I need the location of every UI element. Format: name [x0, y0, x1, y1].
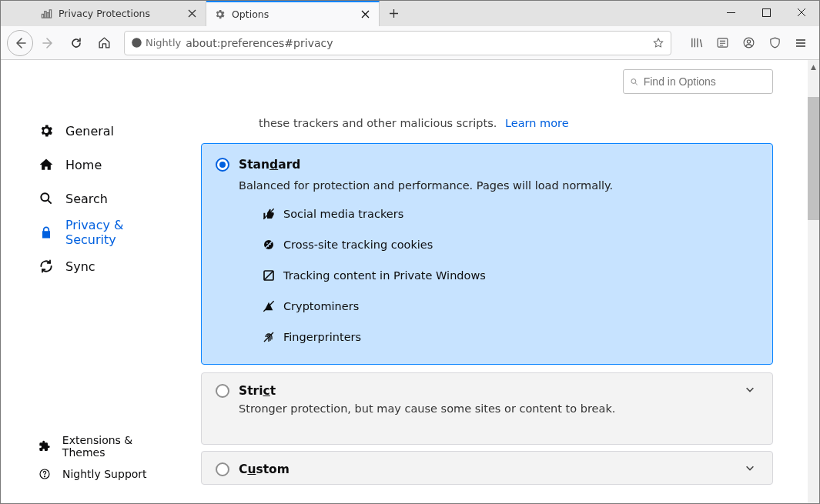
sidebar-item-general[interactable]: General	[1, 114, 178, 148]
scroll-up-arrow[interactable]: ▲	[808, 60, 819, 73]
puzzle-icon	[38, 439, 52, 453]
new-tab-button[interactable]	[380, 1, 407, 26]
vertical-scrollbar[interactable]: ▲	[808, 60, 819, 503]
chevron-down-icon	[745, 384, 755, 395]
protection-item-tracking: Tracking content in Private Windows	[262, 269, 757, 282]
learn-more-link[interactable]: Learn more	[505, 117, 569, 129]
tabs-prefix-spacer	[1, 1, 33, 26]
svg-point-9	[41, 193, 49, 201]
sidebar-item-sync[interactable]: Sync	[1, 249, 178, 283]
protection-item-label: Cross-site tracking cookies	[283, 239, 433, 251]
url-text: about:preferences#privacy	[186, 37, 648, 49]
sidebar-item-privacy[interactable]: Privacy & Security	[1, 215, 178, 249]
close-window-button[interactable]	[784, 1, 819, 24]
gear-icon	[38, 122, 55, 139]
minimize-button[interactable]	[713, 1, 748, 24]
card-desc-standard: Balanced for protection and performance.…	[239, 179, 757, 192]
sidebar-extensions[interactable]: Extensions & Themes	[1, 432, 178, 460]
card-title-strict: Strict	[239, 384, 276, 398]
sync-icon	[38, 258, 55, 275]
tab-options[interactable]: Options	[206, 1, 380, 26]
content-area: General Home Search Privacy & Security S…	[1, 60, 819, 503]
nav-toolbar: Nightly about:preferences#privacy	[1, 26, 819, 60]
protection-level-standard[interactable]: Standard Balanced for protection and per…	[201, 143, 773, 365]
svg-point-12	[631, 78, 636, 83]
svg-point-5	[132, 38, 142, 48]
protection-item-cryptominers: Cryptominers	[262, 299, 757, 313]
fingerprint-icon	[262, 330, 276, 344]
sidebar-item-label: Sync	[65, 259, 95, 274]
reload-button[interactable]	[64, 31, 89, 55]
sidebar-item-label: Home	[65, 158, 102, 172]
svg-line-20	[264, 271, 273, 280]
svg-point-11	[44, 476, 45, 477]
preferences-sidebar: General Home Search Privacy & Security S…	[1, 60, 178, 503]
maximize-button[interactable]	[748, 1, 784, 24]
library-button[interactable]	[684, 31, 708, 55]
bookmark-star-button[interactable]	[652, 37, 664, 49]
protection-level-custom[interactable]: Custom	[201, 451, 773, 485]
search-icon	[630, 77, 639, 87]
svg-rect-4	[762, 8, 770, 16]
svg-rect-2	[47, 13, 49, 18]
svg-point-15	[266, 242, 268, 244]
forward-button[interactable]	[36, 31, 61, 55]
tracking-icon	[262, 269, 276, 282]
home-button[interactable]	[92, 31, 116, 55]
account-button[interactable]	[736, 31, 761, 55]
tab-privacy-protections[interactable]: Privacy Protections	[33, 1, 206, 26]
sidebar-footer-label: Extensions & Themes	[62, 434, 178, 459]
shield-button[interactable]	[762, 31, 787, 55]
sidebar-item-label: General	[65, 124, 114, 139]
scroll-thumb[interactable]	[808, 97, 819, 220]
sidebar-item-search[interactable]: Search	[1, 182, 178, 215]
protection-item-label: Fingerprinters	[283, 331, 361, 343]
protection-level-strict[interactable]: Strict Stronger protection, but may caus…	[201, 372, 773, 445]
card-title-custom: Custom	[239, 462, 290, 476]
window-controls	[713, 1, 819, 24]
intro-text: these trackers and other malicious scrip…	[259, 117, 497, 129]
tab-close-button[interactable]	[359, 8, 371, 21]
cookie-icon	[262, 238, 276, 252]
crypto-icon	[262, 299, 276, 313]
identity-box[interactable]: Nightly	[131, 37, 181, 48]
search-icon	[38, 190, 55, 207]
thumb-icon	[262, 207, 276, 221]
tab-title: Privacy Protections	[59, 8, 179, 19]
svg-rect-0	[42, 14, 43, 18]
lock-icon	[38, 224, 55, 241]
dashboard-icon	[41, 8, 52, 19]
radio-standard[interactable]	[216, 158, 229, 172]
protection-item-label: Cryptominers	[283, 300, 359, 312]
sidebar-item-home[interactable]: Home	[1, 148, 178, 182]
card-desc-strict: Stronger protection, but may cause some …	[239, 402, 757, 415]
preferences-main: these trackers and other malicious scrip…	[178, 60, 819, 503]
reader-view-button[interactable]	[710, 31, 735, 55]
sidebar-support[interactable]: Nightly Support	[1, 460, 178, 488]
sidebar-footer-label: Nightly Support	[62, 468, 147, 480]
protection-item-social: Social media trackers	[262, 207, 757, 221]
find-in-options-input[interactable]	[644, 75, 766, 88]
home-icon	[38, 156, 55, 173]
channel-label: Nightly	[146, 37, 181, 48]
radio-custom[interactable]	[216, 462, 229, 476]
firefox-icon	[131, 37, 142, 48]
svg-rect-3	[49, 10, 51, 18]
app-menu-button[interactable]	[788, 31, 813, 55]
protection-item-fingerprinters: Fingerprinters	[262, 330, 757, 344]
toolbar-right	[684, 31, 813, 55]
protection-list: Social media trackers Cross-site trackin…	[262, 207, 757, 344]
radio-strict[interactable]	[216, 384, 229, 398]
protection-item-label: Social media trackers	[283, 208, 403, 220]
back-button[interactable]	[7, 30, 33, 56]
svg-point-8	[747, 40, 750, 43]
help-icon	[38, 467, 52, 481]
section-intro: these trackers and other malicious scrip…	[259, 117, 773, 129]
find-in-options-search[interactable]	[623, 69, 773, 94]
card-title-standard: Standard	[239, 158, 300, 172]
urlbar[interactable]: Nightly about:preferences#privacy	[124, 31, 671, 55]
protection-item-label: Tracking content in Private Windows	[283, 269, 486, 282]
titlebar: Privacy Protections Options	[1, 1, 819, 26]
tab-close-button[interactable]	[186, 8, 198, 20]
tab-title: Options	[232, 8, 353, 20]
